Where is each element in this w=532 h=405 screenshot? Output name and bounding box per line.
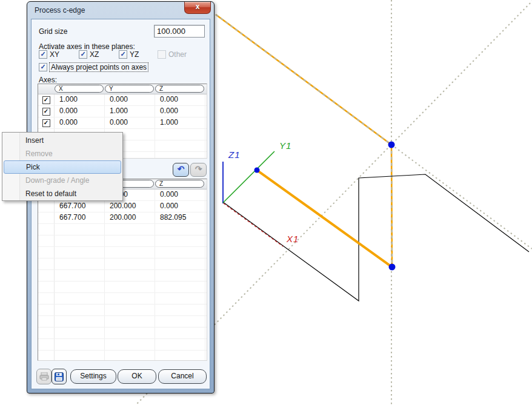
table-cell-y[interactable]: 200.000	[105, 201, 155, 212]
plane-checkbox-xy[interactable]: ✓XY	[39, 50, 59, 59]
table-cell-z[interactable]	[155, 351, 205, 361]
table-row[interactable]	[38, 328, 207, 339]
cancel-button[interactable]: Cancel	[158, 369, 207, 384]
table-cell-x[interactable]	[55, 258, 105, 269]
table-cell-x[interactable]	[55, 351, 105, 361]
table-cell-z[interactable]: 0.000	[155, 189, 205, 200]
table-cell-z[interactable]	[155, 235, 205, 246]
table-cell-z[interactable]: 1.000	[155, 117, 205, 128]
table-cell-y[interactable]	[105, 270, 155, 281]
table-cell-z[interactable]: 0.000	[155, 94, 205, 105]
table-cell-y[interactable]	[105, 258, 155, 269]
table-cell-y[interactable]	[105, 351, 155, 361]
table-cell-y[interactable]: 0.000	[105, 94, 155, 105]
table-cell-y[interactable]	[105, 235, 155, 246]
table-cell-z[interactable]: 0.000	[155, 201, 205, 212]
table-cell-y[interactable]	[105, 224, 155, 235]
table-row[interactable]	[38, 305, 207, 316]
table-cell-z[interactable]	[155, 328, 205, 338]
table-cell-z[interactable]	[155, 129, 205, 140]
table-cell-x[interactable]	[55, 328, 105, 338]
table-cell-y[interactable]	[105, 293, 155, 304]
table-cell-x[interactable]	[55, 339, 105, 350]
table-cell-x[interactable]	[55, 235, 105, 246]
row-gutter	[38, 235, 55, 246]
pick-point-top[interactable]	[388, 142, 395, 148]
table-cell-z[interactable]	[155, 247, 205, 258]
table-row[interactable]	[38, 235, 207, 247]
table-row[interactable]: ✓1.0000.0000.000	[38, 94, 207, 106]
table-cell-x[interactable]: 1.000	[55, 94, 105, 105]
grid-size-input[interactable]: 100.000	[154, 25, 205, 38]
undo-button[interactable]: ↶	[173, 163, 189, 177]
table-row[interactable]	[38, 351, 207, 361]
pick-point-start[interactable]	[254, 168, 260, 173]
table-cell-z[interactable]	[155, 140, 205, 151]
table-row[interactable]: ✓0.0001.0000.000	[38, 106, 207, 117]
table-cell-z[interactable]	[155, 305, 205, 315]
table-cell-z[interactable]	[155, 293, 205, 304]
table-cell-z[interactable]: 882.095	[155, 212, 205, 223]
table-cell-z[interactable]	[155, 224, 205, 235]
table-cell-z[interactable]	[155, 339, 205, 350]
table-cell-y[interactable]	[105, 282, 155, 292]
column-header-x[interactable]: X	[55, 85, 104, 93]
table-cell-x[interactable]	[55, 247, 105, 258]
always-project-checkbox[interactable]: ✓ Always project points on axes	[39, 63, 148, 71]
table-cell-z[interactable]	[155, 282, 205, 292]
row-checkbox[interactable]: ✓	[42, 108, 50, 116]
column-header-y[interactable]: Y	[105, 85, 154, 93]
pick-point-bottom[interactable]	[389, 264, 396, 271]
close-button[interactable]: x	[184, 2, 211, 14]
model-polyline[interactable]	[222, 174, 529, 301]
table-cell-x[interactable]	[55, 224, 105, 235]
table-cell-y[interactable]	[105, 247, 155, 258]
table-cell-x[interactable]	[55, 305, 105, 315]
table-cell-x[interactable]: 667.700	[55, 201, 105, 212]
table-row[interactable]	[38, 293, 207, 305]
table-cell-x[interactable]: 0.000	[55, 106, 105, 117]
table-row[interactable]	[38, 339, 207, 351]
table-row[interactable]	[38, 247, 207, 258]
plane-checkbox-xz[interactable]: ✓XZ	[79, 50, 99, 59]
table-cell-x[interactable]: 0.000	[55, 117, 105, 128]
table-cell-y[interactable]	[105, 316, 155, 327]
menu-item-pick[interactable]: Pick	[4, 160, 121, 174]
title-bar[interactable]: Process c-edge x	[27, 2, 214, 19]
table-cell-z[interactable]: 0.000	[155, 106, 205, 117]
table-cell-z[interactable]	[155, 152, 205, 159]
table-row[interactable]	[38, 316, 207, 328]
table-cell-x[interactable]	[55, 282, 105, 292]
table-cell-y[interactable]: 1.000	[105, 106, 155, 117]
table-cell-x[interactable]	[55, 270, 105, 281]
table-row[interactable]	[38, 258, 207, 270]
table-cell-y[interactable]	[105, 328, 155, 338]
table-cell-y[interactable]	[105, 305, 155, 315]
settings-button[interactable]: Settings	[70, 369, 116, 384]
selected-edge[interactable]	[257, 170, 392, 267]
column-header-z[interactable]: Z	[155, 180, 204, 188]
table-row[interactable]: 667.700200.000882.095	[38, 212, 207, 224]
table-cell-z[interactable]	[155, 270, 205, 281]
table-cell-y[interactable]: 0.000	[105, 117, 155, 128]
table-cell-x[interactable]	[55, 316, 105, 327]
table-cell-y[interactable]: 200.000	[105, 212, 155, 223]
table-row[interactable]	[38, 224, 207, 235]
table-row[interactable]	[38, 270, 207, 282]
row-checkbox[interactable]: ✓	[42, 119, 50, 127]
table-cell-x[interactable]	[55, 293, 105, 304]
row-checkbox[interactable]: ✓	[42, 96, 50, 104]
plane-checkbox-yz[interactable]: ✓YZ	[119, 50, 139, 59]
table-row[interactable]	[38, 282, 207, 293]
menu-item-insert[interactable]: Insert	[2, 134, 122, 147]
table-row[interactable]: ✓0.0000.0001.000	[38, 117, 207, 129]
table-cell-y[interactable]	[105, 339, 155, 350]
table-cell-z[interactable]	[155, 316, 205, 327]
column-header-z[interactable]: Z	[155, 85, 204, 93]
table-row[interactable]: 667.700200.0000.000	[38, 201, 207, 212]
save-button[interactable]	[52, 369, 67, 384]
table-cell-x[interactable]: 667.700	[55, 212, 105, 223]
ok-button[interactable]: OK	[118, 369, 156, 384]
menu-item-reset-to-default[interactable]: Reset to default	[2, 187, 122, 200]
table-cell-z[interactable]	[155, 258, 205, 269]
